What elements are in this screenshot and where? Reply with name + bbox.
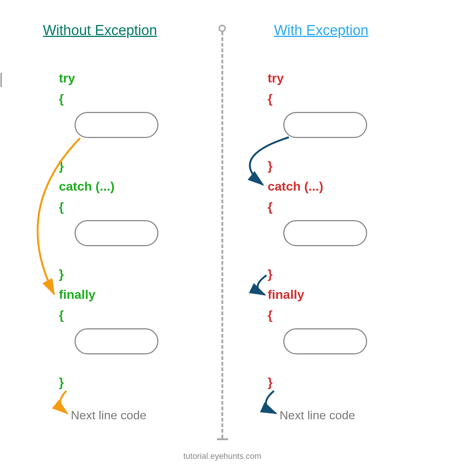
right-arrow-finally-to-next (0, 0, 451, 476)
footer-credit: tutorial.eyehunts.com (183, 451, 261, 461)
